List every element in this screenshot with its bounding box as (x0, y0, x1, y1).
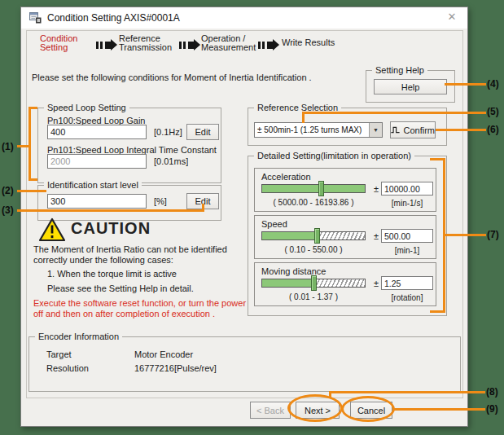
callout-line-6 (436, 129, 486, 131)
callout-ellipse-cancel (341, 396, 395, 422)
callout-line-4 (445, 83, 486, 86)
speed-value-input[interactable] (381, 229, 433, 243)
encoder-target-label: Target (46, 349, 72, 359)
moving-distance-box: Moving distance ( 0.01 - 1.37 ) ± [rotat… (254, 262, 436, 306)
callout-label-1: (1) (2, 141, 14, 152)
acceleration-label: Acceleration (261, 172, 311, 182)
callout-label-5: (5) (487, 106, 499, 117)
moving-distance-unit: [rotation] (381, 293, 433, 302)
title-bar: Condition Setting AXIS#0001A ✕ (21, 7, 467, 29)
callout-line-8 (329, 391, 331, 398)
callout-line-7 (430, 310, 445, 313)
callout-ellipse-next (287, 394, 343, 422)
caution-warning2: off and then on after completion of exec… (33, 309, 215, 319)
encoder-resolution-label: Resolution (46, 363, 89, 373)
encoder-information-legend: Encoder Information (35, 332, 122, 341)
callout-line-3 (202, 204, 204, 211)
callout-label-6: (6) (487, 124, 499, 135)
callout-line-9 (394, 408, 485, 411)
pn101-input[interactable] (47, 154, 147, 169)
speed-unit: [min-1] (381, 246, 433, 255)
step-write-results: Write Results (282, 38, 335, 47)
help-button[interactable]: Help (374, 79, 447, 94)
speed-loop-legend: Speed Loop Setting (44, 103, 129, 112)
window-title: Condition Setting AXIS#0001A (47, 12, 180, 24)
callout-line-1 (17, 145, 29, 147)
caution-title: CAUTION (71, 219, 151, 238)
step-condition-setting: ConditionSetting (40, 34, 77, 52)
dialog-condition-setting: Condition Setting AXIS#0001A ✕ Condition… (20, 7, 468, 427)
speed-label: Speed (261, 219, 287, 229)
caution-warning1: Execute the software reset function, or … (33, 298, 246, 308)
callout-line-5 (302, 112, 486, 114)
callout-line-8 (329, 391, 485, 393)
pn100-unit: [0.1Hz] (154, 127, 182, 137)
callout-line-1 (28, 107, 31, 181)
speed-range: ( 0.10 - 550.00 ) (261, 245, 366, 254)
warning-triangle-icon (38, 218, 66, 242)
acceleration-unit: [min-1/s] (381, 199, 433, 208)
encoder-resolution-value: 16777216[Pulse/rev] (134, 363, 217, 373)
callout-label-8: (8) (486, 386, 498, 398)
pn100-edit-button[interactable]: Edit (186, 124, 219, 140)
dialog-icon (29, 12, 42, 24)
step-operation-measurement: Operation /Measurement (201, 34, 256, 52)
identification-level-input[interactable] (47, 194, 147, 209)
plus-minus-sign: ± (374, 231, 379, 241)
acceleration-slider[interactable] (261, 184, 366, 193)
plus-minus-sign: ± (374, 279, 379, 288)
plus-minus-sign: ± (374, 184, 379, 194)
pn101-unit: [0.01ms] (154, 156, 188, 166)
encoder-target-value: Motor Encoder (134, 349, 193, 359)
callout-line-7 (445, 234, 486, 236)
pn100-input[interactable] (47, 125, 147, 139)
caution-note: Please see the Setting Help in detail. (47, 283, 194, 293)
screen: Condition Setting AXIS#0001A ✕ Condition… (0, 0, 504, 435)
confirm-button[interactable]: Confirm (390, 121, 436, 138)
moving-distance-range: ( 0.01 - 1.37 ) (261, 292, 366, 301)
callout-line-1 (29, 178, 37, 181)
callout-label-9: (9) (486, 403, 498, 415)
waveform-icon (391, 126, 400, 134)
setting-help-legend: Setting Help (372, 65, 427, 75)
identification-legend: Identification start level (44, 180, 142, 190)
detailed-setting-legend: Detailed Setting(limitation in operation… (254, 151, 414, 160)
acceleration-box: Acceleration ( 5000.00 - 16193.86 ) ± [m… (254, 168, 436, 212)
acceleration-value-input[interactable] (381, 182, 433, 196)
caution-item1: 1. When the torque limit is active (47, 269, 177, 279)
intro-text: Please set the following conditions for … (32, 72, 312, 82)
acceleration-range: ( 5000.00 - 16193.86 ) (261, 198, 366, 207)
moving-distance-value-input[interactable] (381, 276, 433, 290)
callout-line-2 (17, 190, 46, 192)
speed-box: Speed ( 0.10 - 550.00 ) ± [min-1] (254, 215, 436, 259)
back-button: < Back (250, 402, 291, 419)
encoder-information-group: Encoder Information (28, 336, 461, 392)
step-arrow-icon (96, 39, 117, 51)
chevron-down-icon[interactable]: ▼ (369, 123, 382, 137)
speed-slider[interactable] (261, 231, 366, 240)
step-reference-transmission: ReferenceTransmission (119, 34, 172, 52)
caution-line2: correctly under the following cases: (33, 255, 173, 265)
close-icon[interactable]: ✕ (445, 11, 459, 23)
slider-thumb[interactable] (311, 275, 317, 291)
caution-line1: The Moment of Inertia Ratio can not be i… (33, 244, 227, 254)
reference-dropdown-value: ± 500min-1 (1.25 turns MAX) (255, 125, 369, 134)
step-arrow-icon (179, 39, 200, 51)
step-arrow-icon (258, 39, 279, 51)
reference-dropdown[interactable]: ± 500min-1 (1.25 turns MAX) ▼ (254, 122, 383, 138)
callout-label-2: (2) (2, 185, 14, 196)
identification-unit: [%] (154, 196, 167, 206)
callout-line-3 (17, 209, 204, 212)
callout-label-3: (3) (2, 204, 14, 216)
callout-line-1 (29, 107, 37, 109)
slider-thumb[interactable] (314, 228, 320, 244)
callout-label-4: (4) (487, 78, 499, 90)
callout-label-7: (7) (487, 229, 499, 240)
slider-thumb[interactable] (318, 181, 324, 196)
moving-distance-slider[interactable] (261, 279, 366, 288)
